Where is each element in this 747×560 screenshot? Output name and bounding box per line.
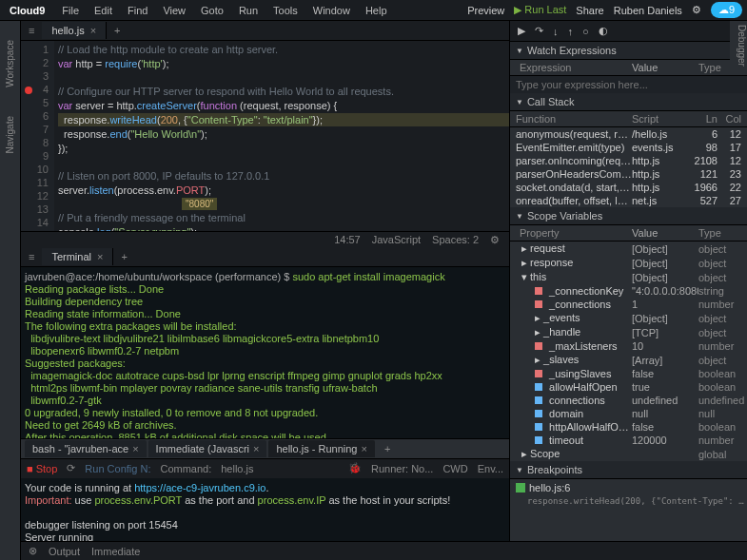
menu-find[interactable]: Find [120,5,155,16]
menu-view[interactable]: View [155,5,193,16]
scope-var[interactable]: _usingSlavesfalseboolean [510,367,747,380]
breakpoint-marker-icon[interactable] [25,87,32,94]
callstack-header[interactable]: ▼Call Stack [510,93,747,111]
debugger-rail-toggle[interactable]: Debugger [730,21,747,67]
gear-icon[interactable]: ⚙ [692,4,701,16]
output-tab[interactable]: Output [49,546,80,557]
tab-terminal[interactable]: Terminal × [42,248,113,265]
close-icon[interactable]: × [97,251,103,262]
step-into-icon[interactable]: ↓ [553,26,559,37]
cwd-button[interactable]: CWD [442,463,467,474]
stack-frame[interactable]: parser.onIncoming(req, sh...http.js21081… [510,154,747,167]
tab-list-icon[interactable]: ≡ [21,25,42,36]
scope-var[interactable]: httpAllowHalfOpenfalseboolean [510,420,747,434]
scope-var[interactable]: timeout120000number [510,434,747,447]
bug-icon[interactable]: 🐞 [348,462,362,474]
line-gutter[interactable]: 1234567891011121314 [21,41,54,231]
debugger-toolbar: ▶ ↷ ↓ ↑ ○ ◐ [510,21,747,42]
terminal-output[interactable]: javruben@ace:/home/ubuntu/workspace (per… [21,267,509,438]
scope-var[interactable]: ▸ Scopeglobal [510,447,747,461]
tab-hello-js[interactable]: hello.js × [42,22,107,39]
editor-tabs: ≡ hello.js × + [21,21,509,41]
command-value[interactable]: hello.js [221,463,253,474]
main-menu: FileEditFindViewGotoRunToolsWindowHelp [54,5,394,16]
close-icon[interactable]: × [90,25,96,36]
preview-button[interactable]: Preview [467,5,504,16]
language-mode[interactable]: JavaScript [372,234,421,245]
immediate-tab[interactable]: Immediate [91,546,140,557]
terminal-tabs: ≡ Terminal × + [21,247,509,267]
gear-icon[interactable]: ⚙ [490,234,500,246]
checkbox-icon[interactable] [516,483,525,492]
bottom-tab[interactable]: bash - "javruben-ace × [25,440,147,457]
env-button[interactable]: Env... [478,463,503,474]
resume-icon[interactable]: ▶ [518,25,525,37]
footer-bar: ⊗ Output Immediate [21,541,747,560]
runner-select[interactable]: Runner: No... [371,463,433,474]
bottom-tab[interactable]: Immediate (Javascri × [148,440,267,457]
scope-vars-header[interactable]: ▼Scope Variables [510,207,747,225]
menu-tools[interactable]: Tools [265,5,305,16]
scope-var[interactable]: ▸ _events[Object]object [510,311,747,325]
scope-var[interactable]: ▸ _slaves[Array]object [510,353,747,367]
menu-help[interactable]: Help [358,5,395,16]
menu-file[interactable]: File [54,5,87,16]
top-menubar: Cloud9 FileEditFindViewGotoRunToolsWindo… [0,0,747,21]
breakpoints-header[interactable]: ▼Breakpoints [510,461,747,479]
scope-var[interactable]: domainnullnull [510,407,747,420]
bottom-tab[interactable]: hello.js - Running × [268,440,374,457]
deactivate-bp-icon[interactable]: ○ [582,26,589,37]
new-tab-button[interactable]: + [113,251,134,262]
scope-var[interactable]: _connections1number [510,298,747,311]
code-area[interactable]: // Load the http module to create an htt… [54,41,509,231]
step-out-icon[interactable]: ↑ [568,26,574,37]
stack-frame[interactable]: socket.ondata(d, start, end)http.js19662… [510,181,747,194]
scope-var[interactable]: connectionsundefinedundefined [510,394,747,407]
watch-header[interactable]: ▼Watch Expressions [510,42,747,60]
bottom-tabs: bash - "javruben-ace ×Immediate (Javascr… [21,438,509,458]
share-button[interactable]: Share [576,5,603,16]
close-icon[interactable]: × [361,443,366,454]
close-footer-icon[interactable]: ⊗ [29,545,37,557]
scope-var[interactable]: _connectionKey"4:0.0.0.0:8080"string [510,284,747,298]
cursor-position: 14:57 [334,234,361,245]
menu-goto[interactable]: Goto [193,5,231,16]
restart-icon[interactable]: ⟳ [67,462,75,474]
new-tab-button[interactable]: + [107,25,128,36]
run-last-button[interactable]: ▶ Run Last [514,4,566,16]
pause-exceptions-icon[interactable]: ◐ [599,25,608,37]
debugger-panel: ▶ ↷ ↓ ↑ ○ ◐ ▼Watch Expressions Expressio… [509,21,747,560]
cloud9-badge-icon[interactable]: ☁9 [711,2,742,18]
close-icon[interactable]: × [132,443,138,454]
tab-label: Terminal [51,251,91,262]
new-tab-button[interactable]: + [377,443,398,454]
tab-label: hello.js [51,25,84,36]
scope-var[interactable]: ▸ response[Object]object [510,256,747,270]
workspace-panel-toggle[interactable]: Workspace [5,40,15,87]
close-icon[interactable]: × [253,443,259,454]
menu-edit[interactable]: Edit [87,5,120,16]
scope-var[interactable]: ▸ _handle[TCP]object [510,325,747,339]
stack-frame[interactable]: EventEmitter.emit(type)events.js9817 [510,141,747,154]
stop-button[interactable]: ■ Stop [27,463,57,474]
indent-setting[interactable]: Spaces: 2 [432,234,479,245]
user-name[interactable]: Ruben Daniels [614,5,682,16]
code-editor[interactable]: 1234567891011121314 // Load the http mod… [21,41,509,231]
scope-var[interactable]: ▸ request[Object]object [510,241,747,256]
breakpoint-code: response.writeHead(200, {"Content-Type":… [510,496,747,506]
stack-frame[interactable]: parserOnHeadersComplet...http.js12123 [510,167,747,181]
scope-var[interactable]: ▾ this[Object]object [510,270,747,284]
run-config-label[interactable]: Run Config N: [85,463,150,474]
stack-frame[interactable]: onread(buffer, offset, len...net.js52727 [510,194,747,207]
step-over-icon[interactable]: ↷ [535,25,543,37]
value-tooltip: "8080" [182,198,217,210]
scope-var[interactable]: allowHalfOpentrueboolean [510,380,747,394]
menu-run[interactable]: Run [231,5,265,16]
navigate-panel-toggle[interactable]: Navigate [5,116,15,153]
menu-window[interactable]: Window [305,5,358,16]
scope-var[interactable]: _maxListeners10number [510,339,747,353]
tab-list-icon[interactable]: ≡ [21,251,42,262]
breakpoint-item[interactable]: hello.js:6 [510,479,747,496]
stack-frame[interactable]: anonymous(request, respo.../hello.js612 [510,127,747,141]
watch-expression-input[interactable] [510,76,747,93]
